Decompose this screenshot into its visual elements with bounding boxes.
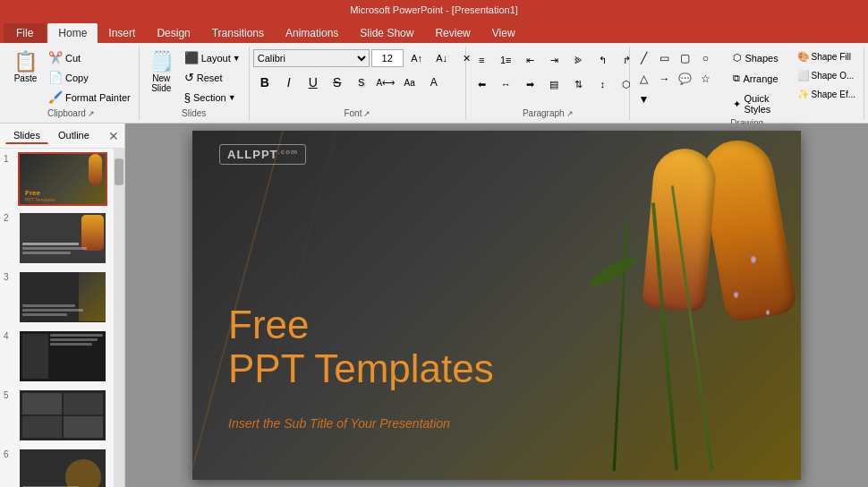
slide-num-2: 2 bbox=[4, 213, 14, 223]
font-expand-icon[interactable]: ↗ bbox=[363, 109, 370, 118]
slide-item-1[interactable]: 1 Free PPT Templates bbox=[4, 152, 110, 206]
new-slide-button[interactable]: 🗒️ New Slide bbox=[143, 48, 180, 97]
slide-num-1: 1 bbox=[4, 154, 14, 164]
slide-thumb-5[interactable] bbox=[18, 389, 107, 442]
tab-slides-panel[interactable]: Slides bbox=[5, 127, 48, 144]
allppt-text: ALLPPT.com bbox=[227, 148, 298, 161]
columns-button[interactable]: ⫸ bbox=[566, 50, 590, 70]
slide-canvas[interactable]: ALLPPT.com Free PPT Templates Insert the… bbox=[192, 131, 801, 480]
slide-item-2[interactable]: 2 bbox=[4, 211, 110, 265]
align-center-button[interactable]: ↔ bbox=[494, 74, 517, 94]
font-name-select[interactable]: Calibri bbox=[253, 49, 370, 67]
rtl-button[interactable]: ↰ bbox=[591, 50, 614, 70]
paste-button[interactable]: 📋 Paste bbox=[7, 48, 44, 87]
slide-item-5[interactable]: 5 bbox=[4, 389, 110, 442]
slide-thumb-1[interactable]: Free PPT Templates bbox=[18, 152, 107, 206]
change-case-button[interactable]: Aa bbox=[398, 73, 421, 92]
shapes-button[interactable]: ⬡ Shapes bbox=[727, 48, 787, 67]
shape-more[interactable]: ▼ bbox=[634, 90, 653, 109]
font-size-input[interactable] bbox=[371, 49, 404, 67]
increase-font-button[interactable]: A↑ bbox=[405, 48, 429, 68]
cut-icon: ✂️ bbox=[48, 51, 63, 64]
format-painter-button[interactable]: 🖌️ Format Painter bbox=[44, 88, 135, 107]
tab-slideshow[interactable]: Slide Show bbox=[349, 23, 424, 43]
slide-panel: Slides Outline ✕ 1 Free PPT Templ bbox=[0, 124, 125, 487]
decrease-font-button[interactable]: A↓ bbox=[430, 48, 454, 68]
paragraph-expand-icon[interactable]: ↗ bbox=[566, 109, 574, 118]
canvas-area: ALLPPT.com Free PPT Templates Insert the… bbox=[125, 124, 868, 487]
italic-button[interactable]: I bbox=[277, 73, 301, 92]
layout-button[interactable]: ⬛ Layout ▼ bbox=[180, 48, 245, 67]
clipboard-expand-icon[interactable]: ↗ bbox=[88, 109, 95, 118]
shape-outline-icon: ⬜ bbox=[797, 70, 810, 81]
shape-fill-button[interactable]: 🎨 Shape Fill bbox=[793, 48, 860, 65]
tab-view[interactable]: View bbox=[481, 23, 526, 43]
slide-panel-header: Slides Outline ✕ bbox=[0, 124, 124, 149]
tab-home[interactable]: Home bbox=[47, 23, 98, 43]
section-button[interactable]: § Section ▼ bbox=[180, 88, 245, 107]
char-spacing-button[interactable]: A⟷ bbox=[374, 73, 397, 92]
shape-callout[interactable]: 💬 bbox=[675, 69, 694, 89]
font-color-button[interactable]: A bbox=[422, 73, 446, 92]
allppt-logo: ALLPPT.com bbox=[219, 144, 306, 165]
slide-item-6[interactable]: 6 bbox=[4, 448, 110, 487]
shape-triangle[interactable]: △ bbox=[634, 69, 653, 89]
shape-outline-button[interactable]: ⬜ Shape O... bbox=[793, 67, 860, 84]
slide-panel-scrollbar[interactable] bbox=[114, 149, 124, 487]
arrange-button[interactable]: ⧉ Arrange bbox=[727, 69, 787, 88]
bullet-list-button[interactable]: ≡ bbox=[470, 50, 493, 70]
slide-thumb-3[interactable] bbox=[18, 270, 107, 324]
shape-star[interactable]: ☆ bbox=[695, 69, 715, 89]
slide-title[interactable]: Free PPT Templates bbox=[228, 303, 494, 390]
slide-num-3: 3 bbox=[4, 272, 14, 282]
reset-button[interactable]: ↺ Reset bbox=[180, 68, 245, 87]
slide-subtitle[interactable]: Insert the Sub Title of Your Presentatio… bbox=[228, 416, 450, 431]
increase-indent-button[interactable]: ⇥ bbox=[542, 50, 566, 70]
paragraph-group: ≡ 1≡ ⇤ ⇥ ⫸ ↰ ↱ ⬅ ↔ ➡ ▤ ⇅ ↕ ⬡ Paragraph ↗ bbox=[466, 47, 630, 120]
slide-item-3[interactable]: 3 bbox=[4, 270, 110, 324]
shape-effects-button[interactable]: ✨ Shape Ef... bbox=[793, 86, 860, 103]
tab-insert[interactable]: Insert bbox=[98, 23, 146, 43]
tab-transitions[interactable]: Transitions bbox=[201, 23, 275, 43]
slide-num-5: 5 bbox=[4, 390, 14, 400]
tab-review[interactable]: Review bbox=[424, 23, 481, 43]
tab-outline-panel[interactable]: Outline bbox=[50, 127, 98, 144]
new-slide-icon: 🗒️ bbox=[149, 52, 174, 72]
paste-icon: 📋 bbox=[13, 52, 38, 72]
shape-rect[interactable]: ▭ bbox=[654, 48, 674, 68]
title-bar-text: Microsoft PowerPoint - [Presentation1] bbox=[7, 4, 861, 15]
shape-line[interactable]: ╱ bbox=[634, 48, 653, 68]
slide-item-4[interactable]: 4 bbox=[4, 329, 110, 383]
shape-round-rect[interactable]: ▢ bbox=[675, 48, 694, 68]
paste-label: Paste bbox=[14, 73, 38, 83]
slide-panel-tabs: Slides Outline bbox=[5, 127, 98, 144]
underline-button[interactable]: U bbox=[302, 73, 325, 92]
slide-panel-close-button[interactable]: ✕ bbox=[108, 129, 119, 143]
shapes-container: ╱ ▭ ▢ ○ △ → 💬 ☆ ▼ bbox=[634, 48, 723, 111]
align-left-button[interactable]: ⬅ bbox=[470, 74, 493, 94]
cut-button[interactable]: ✂️ Cut bbox=[44, 48, 135, 67]
numbered-list-button[interactable]: 1≡ bbox=[494, 50, 517, 70]
bold-button[interactable]: B bbox=[253, 73, 277, 92]
slide-thumb-6[interactable] bbox=[18, 448, 107, 487]
align-text-button[interactable]: ↕ bbox=[591, 74, 614, 94]
decrease-indent-button[interactable]: ⇤ bbox=[518, 50, 541, 70]
strikethrough-button[interactable]: S bbox=[326, 73, 349, 92]
copy-button[interactable]: 📄 Copy bbox=[44, 68, 135, 87]
slide-thumb-2[interactable] bbox=[18, 211, 107, 265]
shape-arrow[interactable]: → bbox=[654, 69, 674, 89]
align-right-button[interactable]: ➡ bbox=[518, 74, 541, 94]
ribbon-tabs: File Home Insert Design Transitions Anim… bbox=[0, 20, 868, 43]
shadow-button[interactable]: S bbox=[350, 73, 373, 92]
tab-animations[interactable]: Animations bbox=[275, 23, 349, 43]
text-direction-button[interactable]: ⇅ bbox=[566, 74, 590, 94]
tab-design[interactable]: Design bbox=[146, 23, 200, 43]
paragraph-group-label: Paragraph bbox=[523, 108, 565, 118]
shape-oval[interactable]: ○ bbox=[695, 48, 715, 68]
tab-file[interactable]: File bbox=[4, 23, 46, 43]
slide-thumb-4[interactable] bbox=[18, 329, 107, 383]
slide-scrollbar-thumb[interactable] bbox=[115, 158, 123, 185]
flower-petal-1 bbox=[696, 135, 798, 324]
quick-styles-button[interactable]: ✦ Quick Styles bbox=[727, 90, 787, 118]
justify-button[interactable]: ▤ bbox=[542, 74, 566, 94]
